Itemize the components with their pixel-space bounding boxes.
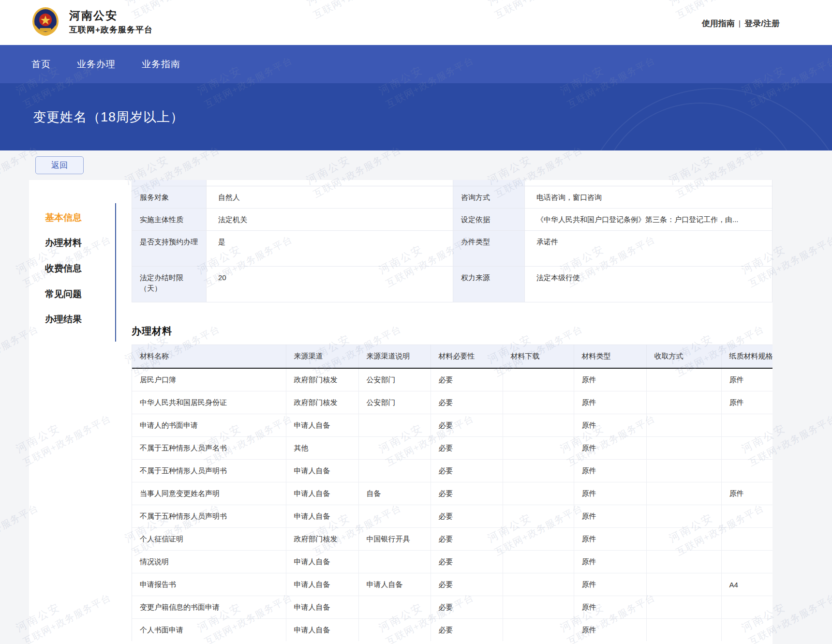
info-value: 电话咨询，窗口咨询 — [525, 186, 773, 209]
table-cell: 申请人自备 — [286, 482, 358, 505]
nav-item-business-guide[interactable]: 业务指南 — [142, 58, 180, 71]
nav-item-business-handling[interactable]: 业务办理 — [77, 58, 116, 71]
table-row: 不属于五种情形人员声明书申请人自备必要原件 — [132, 505, 773, 528]
table-cell: 其他 — [286, 437, 358, 460]
info-value: 法定本级行使 — [525, 267, 773, 302]
table-cell: 公安部门 — [358, 368, 431, 391]
sidebar-item-results[interactable]: 办理结果 — [45, 313, 82, 325]
table-cell — [503, 573, 574, 596]
table-cell: 原件 — [574, 368, 646, 391]
table-row: 个人征信证明政府部门核发中国银行开具必要原件 — [132, 528, 773, 551]
table-cell — [358, 551, 431, 573]
table-cell — [503, 368, 574, 391]
table-cell — [503, 551, 574, 573]
materials-table: 材料名称来源渠道来源渠道说明材料必要性材料下载材料类型收取方式纸质材料规格 居民… — [132, 344, 773, 641]
table-cell — [503, 414, 574, 437]
police-emblem-icon — [31, 7, 59, 38]
table-cell: 必要 — [431, 528, 503, 551]
table-cell: 中华人民共和国居民身份证 — [132, 391, 286, 414]
sidebar-item-basic-info[interactable]: 基本信息 — [45, 211, 82, 223]
content-card: 基本信息 办理材料 收费信息 常见问题 办理结果 服务对象 自然人 咨询方式 电… — [29, 180, 773, 644]
table-cell: 原件 — [574, 482, 646, 505]
info-value: 法定机关 — [207, 209, 453, 231]
table-row: 申请人的书面申请申请人自备必要原件 — [132, 414, 773, 437]
brand: 河南公安 互联网+政务服务平台 — [31, 7, 153, 38]
materials-table-scroll[interactable]: 材料名称来源渠道来源渠道说明材料必要性材料下载材料类型收取方式纸质材料规格 居民… — [132, 344, 773, 641]
sidebar-divider — [115, 203, 116, 342]
user-guide-link[interactable]: 使用指南 — [702, 18, 735, 29]
table-cell — [358, 619, 431, 642]
info-label: 服务对象 — [132, 186, 207, 209]
table-cell — [721, 551, 773, 573]
table-cell — [646, 573, 721, 596]
table-row: 不属于五种情形人员声明书申请人自备必要原件 — [132, 460, 773, 482]
table-cell: 不属于五种情形人员声明书 — [132, 505, 286, 528]
info-label: 权力来源 — [453, 267, 525, 302]
table-cell — [503, 437, 574, 460]
table-cell — [646, 437, 721, 460]
table-cell: 自备 — [358, 482, 431, 505]
materials-column-header: 来源渠道说明 — [358, 345, 431, 369]
table-cell: 必要 — [431, 414, 503, 437]
table-cell — [503, 391, 574, 414]
materials-column-header: 材料类型 — [574, 345, 646, 369]
nav-item-home[interactable]: 首页 — [31, 58, 51, 71]
info-label: 是否支持预约办理 — [132, 231, 207, 267]
table-cell: A4 — [721, 573, 773, 596]
sidebar-item-fees[interactable]: 收费信息 — [45, 262, 82, 274]
materials-column-header: 材料下载 — [503, 345, 574, 369]
table-cell: 申请人自备 — [286, 619, 358, 642]
table-cell: 个人书面申请 — [132, 619, 286, 642]
brand-text: 河南公安 互联网+政务服务平台 — [69, 9, 153, 35]
table-cell: 申请报告书 — [132, 573, 286, 596]
table-cell — [721, 505, 773, 528]
header-links: 使用指南 | 登录/注册 — [702, 18, 780, 29]
materials-heading: 办理材料 — [132, 325, 172, 338]
table-cell: 原件 — [574, 460, 646, 482]
table-cell — [132, 180, 207, 186]
table-cell: 政府部门核发 — [286, 528, 358, 551]
table-cell: 申请人自备 — [286, 551, 358, 573]
table-cell: 原件 — [574, 596, 646, 619]
table-cell — [646, 460, 721, 482]
table-cell — [503, 460, 574, 482]
table-cell — [503, 619, 574, 642]
table-cell: 原件 — [574, 573, 646, 596]
materials-body: 居民户口簿政府部门核发公安部门必要原件原件中华人民共和国居民身份证政府部门核发公… — [132, 368, 773, 641]
table-cell: 必要 — [431, 573, 503, 596]
materials-column-header: 材料必要性 — [431, 345, 503, 369]
table-cell: 个人征信证明 — [132, 528, 286, 551]
table-row: 情况说明申请人自备必要原件 — [132, 551, 773, 573]
table-cell: 政府部门核发 — [286, 391, 358, 414]
table-cell — [358, 437, 431, 460]
login-register-link[interactable]: 登录/注册 — [744, 18, 780, 29]
table-cell — [358, 414, 431, 437]
info-value: 承诺件 — [525, 231, 773, 267]
info-label: 办件类型 — [453, 231, 525, 267]
table-cell — [646, 414, 721, 437]
top-header: 河南公安 互联网+政务服务平台 使用指南 | 登录/注册 — [0, 0, 832, 45]
table-cell: 原件 — [574, 391, 646, 414]
sidebar-item-faq[interactable]: 常见问题 — [45, 288, 82, 300]
info-value: 自然人 — [207, 186, 453, 209]
table-cell — [646, 391, 721, 414]
back-button[interactable]: 返回 — [35, 156, 84, 174]
table-cell — [525, 180, 773, 186]
link-separator: | — [739, 19, 741, 29]
table-cell: 必要 — [431, 505, 503, 528]
table-cell: 申请人的书面申请 — [132, 414, 286, 437]
table-cell: 变更户籍信息的书面申请 — [132, 596, 286, 619]
table-cell: 必要 — [431, 482, 503, 505]
table-cell — [721, 414, 773, 437]
table-cell: 公安部门 — [358, 391, 431, 414]
table-cell — [721, 437, 773, 460]
table-cell — [358, 460, 431, 482]
sidebar-item-materials[interactable]: 办理材料 — [45, 237, 82, 248]
table-cell: 政府部门核发 — [286, 368, 358, 391]
brand-title: 河南公安 — [69, 9, 153, 22]
page: 河南公安 互联网+政务服务平台 使用指南 | 登录/注册 首页 业务办理 业务指… — [0, 0, 832, 644]
table-cell — [503, 528, 574, 551]
table-cell: 原件 — [574, 505, 646, 528]
table-cell: 原件 — [574, 551, 646, 573]
info-value: 《中华人民共和国户口登记条例》第三条：户口登记工作，由... — [525, 209, 773, 231]
